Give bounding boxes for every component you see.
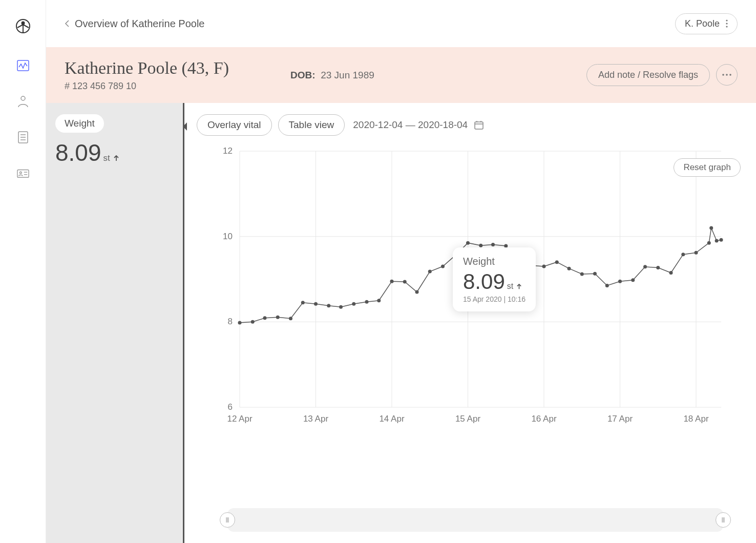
svg-point-3 xyxy=(21,96,25,100)
nav-id-icon[interactable] xyxy=(17,167,29,179)
chart-tooltip: Weight 8.09 st 15 Apr 2020 | 10:16 xyxy=(453,247,536,311)
svg-point-9 xyxy=(19,172,22,174)
patient-id: # 123 456 789 10 xyxy=(65,81,229,92)
svg-point-1 xyxy=(22,22,24,25)
user-menu-button[interactable]: K. Poole xyxy=(675,13,738,34)
svg-point-62 xyxy=(466,241,470,245)
svg-point-13 xyxy=(726,23,727,24)
calendar-icon xyxy=(474,120,484,130)
overlay-vital-button[interactable]: Overlay vital xyxy=(197,114,272,136)
grip-icon xyxy=(225,517,229,523)
table-view-button[interactable]: Table view xyxy=(278,114,345,136)
svg-point-54 xyxy=(365,300,368,304)
svg-text:14 Apr: 14 Apr xyxy=(379,414,404,424)
svg-point-70 xyxy=(568,267,571,270)
more-actions-button[interactable] xyxy=(716,64,738,86)
svg-text:8: 8 xyxy=(228,317,233,326)
svg-point-81 xyxy=(707,241,711,245)
reset-graph-button[interactable]: Reset graph xyxy=(674,158,741,177)
date-range-picker[interactable]: 2020-12-04 — 2020-18-04 xyxy=(351,115,486,135)
add-note-button[interactable]: Add note / Resolve flags xyxy=(586,64,710,86)
svg-point-69 xyxy=(555,260,559,264)
svg-point-47 xyxy=(276,316,280,319)
chevron-left-icon xyxy=(65,19,70,28)
svg-point-57 xyxy=(403,280,407,284)
svg-point-49 xyxy=(301,301,305,304)
svg-point-44 xyxy=(238,321,242,325)
nav-vitals-icon[interactable] xyxy=(17,59,29,72)
svg-point-16 xyxy=(726,74,728,76)
svg-point-80 xyxy=(694,251,698,255)
svg-point-64 xyxy=(491,243,495,246)
svg-text:15 Apr: 15 Apr xyxy=(455,414,480,424)
svg-point-45 xyxy=(251,320,255,324)
patient-name: Katherine Poole (43, F) xyxy=(65,58,229,78)
svg-point-50 xyxy=(314,302,318,306)
svg-point-56 xyxy=(390,280,393,283)
svg-point-15 xyxy=(722,74,724,76)
svg-point-46 xyxy=(263,316,267,320)
svg-rect-18 xyxy=(475,122,483,129)
svg-point-52 xyxy=(339,305,343,309)
svg-point-78 xyxy=(669,271,673,275)
svg-point-68 xyxy=(542,265,545,268)
breadcrumb-label: Overview of Katherine Poole xyxy=(75,18,204,30)
vital-value: 8.09 st xyxy=(55,139,174,166)
scrubber-handle-right[interactable] xyxy=(716,512,731,528)
svg-point-12 xyxy=(726,19,727,21)
svg-point-83 xyxy=(715,239,719,243)
svg-point-72 xyxy=(593,272,597,276)
svg-point-48 xyxy=(289,317,292,320)
dots-vertical-icon xyxy=(726,19,728,28)
trend-up-icon xyxy=(113,155,120,162)
patient-dob: DOB: 23 Jun 1989 xyxy=(290,70,374,81)
tooltip-value: 8.09 st xyxy=(463,269,526,294)
svg-text:10: 10 xyxy=(223,232,233,241)
svg-text:17 Apr: 17 Apr xyxy=(607,414,633,424)
svg-point-82 xyxy=(709,226,713,230)
svg-point-63 xyxy=(479,244,482,247)
nav-notes-icon[interactable] xyxy=(17,131,29,143)
app-logo-icon xyxy=(15,18,31,34)
grip-icon xyxy=(721,517,725,523)
trend-up-icon xyxy=(516,283,522,290)
svg-text:6: 6 xyxy=(228,402,233,412)
breadcrumb[interactable]: Overview of Katherine Poole xyxy=(65,18,204,30)
svg-text:12 Apr: 12 Apr xyxy=(227,414,252,424)
tooltip-title: Weight xyxy=(463,256,526,267)
user-chip-label: K. Poole xyxy=(685,18,720,29)
svg-point-53 xyxy=(352,302,355,306)
tooltip-timestamp: 15 Apr 2020 | 10:16 xyxy=(463,295,526,303)
svg-point-79 xyxy=(681,253,685,256)
svg-point-51 xyxy=(327,304,330,307)
patient-banner: Katherine Poole (43, F) # 123 456 789 10… xyxy=(46,47,756,103)
scrubber-handle-left[interactable] xyxy=(220,512,235,528)
svg-point-55 xyxy=(377,299,381,302)
svg-text:18 Apr: 18 Apr xyxy=(683,414,708,424)
svg-point-59 xyxy=(428,270,432,274)
vital-chip[interactable]: Weight xyxy=(55,114,104,133)
svg-point-77 xyxy=(656,266,660,269)
svg-point-76 xyxy=(643,265,647,268)
time-scrubber[interactable] xyxy=(227,508,723,532)
svg-text:16 Apr: 16 Apr xyxy=(531,414,556,424)
svg-point-71 xyxy=(580,273,584,276)
svg-point-74 xyxy=(618,280,622,283)
svg-point-75 xyxy=(631,278,635,282)
weight-chart[interactable]: 68101212 Apr13 Apr14 Apr15 Apr16 Apr17 A… xyxy=(197,146,744,501)
svg-text:12: 12 xyxy=(223,146,233,156)
svg-text:13 Apr: 13 Apr xyxy=(303,414,328,424)
svg-rect-8 xyxy=(17,170,28,178)
nav-profile-icon[interactable] xyxy=(17,95,29,108)
svg-point-14 xyxy=(726,26,727,27)
svg-point-73 xyxy=(605,284,609,287)
dots-horizontal-icon xyxy=(722,74,731,76)
svg-point-84 xyxy=(720,238,723,242)
svg-point-58 xyxy=(415,290,419,294)
vital-panel: Weight 8.09 st xyxy=(46,103,184,543)
svg-point-60 xyxy=(441,265,445,268)
sidebar xyxy=(0,0,46,543)
svg-point-17 xyxy=(729,74,731,76)
